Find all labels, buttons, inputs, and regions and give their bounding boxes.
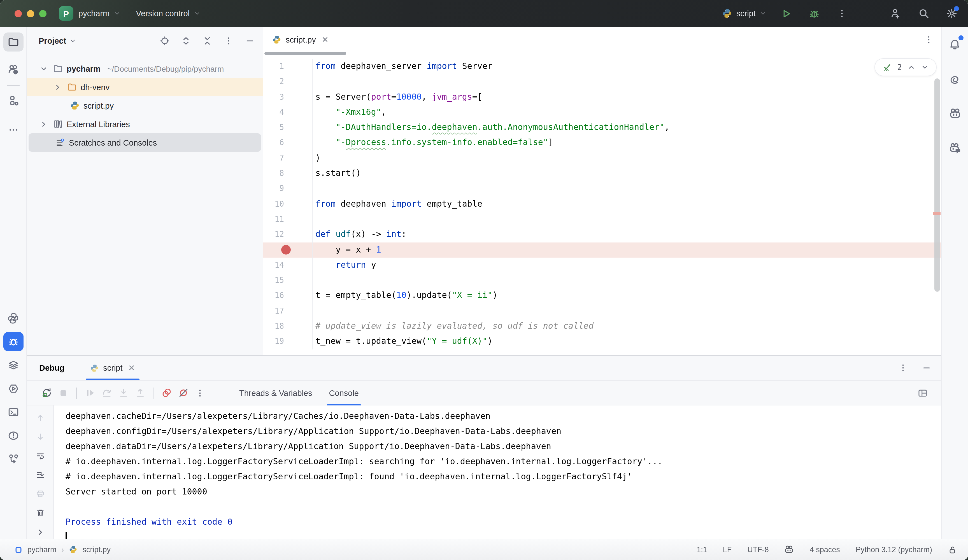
indent-widget[interactable]: 4 spaces (810, 545, 840, 554)
debug-tab-script[interactable]: script ✕ (85, 356, 141, 380)
tab-console[interactable]: Console (322, 381, 366, 405)
code-line-breakpoint[interactable]: y = x + 1 (263, 242, 941, 258)
terminal-tool-button[interactable] (3, 403, 23, 422)
breakpoint-stripe-mark[interactable] (933, 212, 941, 215)
main-menu-button[interactable]: pycharm (78, 9, 120, 18)
breakpoint-dot[interactable] (281, 245, 291, 255)
debug-tool-button[interactable] (3, 332, 23, 351)
more-actions-button[interactable] (834, 5, 850, 22)
line-number[interactable]: 11 (263, 212, 313, 227)
editor-tab-script-py[interactable]: script.py ✕ (263, 27, 335, 53)
tree-item-project-root[interactable]: pycharm ~/Documents/Debug/pip/pycharm (28, 60, 261, 78)
code-line[interactable]: 15 (263, 273, 941, 288)
line-number[interactable]: 8 (263, 166, 313, 181)
project-tool-button[interactable] (3, 33, 23, 51)
line-number[interactable]: 12 (263, 227, 313, 242)
python-packages-tool-button[interactable] (3, 308, 23, 328)
breakpoint-gutter[interactable] (263, 242, 313, 258)
clear-console-button[interactable] (36, 509, 45, 517)
step-over-button[interactable] (98, 384, 115, 401)
console-caret-line[interactable] (66, 530, 941, 539)
soft-wrap-button[interactable] (36, 451, 45, 460)
step-out-button[interactable] (132, 384, 148, 401)
line-number[interactable]: 17 (263, 303, 313, 319)
code-line[interactable]: 18# update_view is lazily evaluated, so … (263, 319, 941, 334)
code-line[interactable]: 6 "-Dprocess.info.system-info.enabled=fa… (263, 135, 941, 151)
ai-help-tool-button[interactable]: ? (3, 60, 23, 80)
next-problem-icon[interactable] (921, 63, 929, 71)
line-number[interactable]: 3 (263, 89, 313, 105)
layout-settings-button[interactable] (914, 384, 931, 401)
code-editor[interactable]: 1from deephaven_server import Server 2 3… (263, 53, 941, 355)
ai-assistant-button[interactable] (945, 70, 965, 88)
close-tab-icon[interactable]: ✕ (128, 363, 135, 373)
code-line[interactable]: 2 (263, 74, 941, 89)
readonly-toggle[interactable] (948, 545, 957, 554)
collapse-all-button[interactable] (200, 33, 215, 48)
stop-button[interactable] (55, 384, 72, 401)
line-number[interactable]: 1 (263, 59, 313, 74)
close-tab-icon[interactable]: ✕ (322, 35, 328, 45)
minimize-window-button[interactable] (27, 10, 34, 17)
print-button[interactable] (36, 489, 45, 499)
view-breakpoints-button[interactable] (158, 384, 175, 401)
version-control-tool-button[interactable] (3, 450, 23, 469)
hide-project-panel-button[interactable] (242, 33, 257, 48)
line-number[interactable]: 2 (263, 74, 313, 89)
run-configuration-selector[interactable]: script (723, 8, 766, 18)
code-line[interactable]: 3s = Server(port=10000, jvm_args=[ (263, 89, 941, 105)
inspections-widget[interactable]: 2 (874, 58, 937, 76)
prev-problem-icon[interactable] (907, 63, 915, 71)
code-line[interactable]: 12def udf(x) -> int: (263, 227, 941, 242)
chevron-right-icon[interactable] (36, 527, 45, 537)
code-line[interactable]: 10from deephaven import empty_table (263, 196, 941, 212)
code-line[interactable]: 5 "-DAuthHandlers=io.deephaven.auth.Anon… (263, 120, 941, 135)
encoding-widget[interactable]: UTF-8 (747, 545, 769, 554)
maximize-window-button[interactable] (39, 10, 46, 17)
chevron-down-icon[interactable] (39, 65, 49, 73)
line-number[interactable]: 16 (263, 288, 313, 303)
line-number[interactable]: 5 (263, 120, 313, 135)
problems-tool-button[interactable] (3, 426, 23, 445)
tree-item-script-py[interactable]: script.py (28, 96, 261, 115)
line-number[interactable]: 6 (263, 135, 313, 151)
line-number[interactable]: 18 (263, 319, 313, 334)
tab-threads-variables[interactable]: Threads & Variables (232, 381, 320, 405)
expand-all-button[interactable] (179, 33, 193, 48)
chevron-right-icon[interactable] (53, 83, 63, 91)
code-with-me-button[interactable] (887, 5, 904, 22)
run-tool-button[interactable] (3, 379, 23, 398)
ai-status-widget[interactable] (784, 545, 794, 554)
next-occurrence-button[interactable] (36, 432, 45, 441)
caret-position-widget[interactable]: 1:1 (696, 545, 707, 554)
code-line[interactable]: 4 "-Xmx16g", (263, 105, 941, 120)
code-line[interactable]: 16t = empty_table(10).update("X = ii") (263, 288, 941, 303)
select-opened-file-button[interactable] (157, 33, 172, 48)
code-line[interactable]: 14 return y (263, 258, 941, 273)
code-line[interactable]: 8s.start() (263, 166, 941, 181)
line-number[interactable]: 4 (263, 105, 313, 120)
line-number[interactable]: 7 (263, 151, 313, 166)
run-button[interactable] (777, 5, 794, 22)
line-separator-widget[interactable]: LF (723, 545, 732, 554)
mute-breakpoints-button[interactable] (175, 384, 192, 401)
editor-options-button[interactable] (924, 35, 933, 44)
code-line[interactable]: 9 (263, 181, 941, 197)
ai-chat-conversation-button[interactable] (945, 139, 965, 158)
line-number[interactable]: 15 (263, 273, 313, 288)
ai-chat-button[interactable] (945, 104, 965, 123)
code-line[interactable]: 1from deephaven_server import Server (263, 59, 941, 74)
settings-button[interactable] (943, 5, 960, 22)
step-into-button[interactable] (115, 384, 132, 401)
hide-debug-panel-button[interactable] (922, 363, 931, 373)
code-line[interactable]: 7) (263, 151, 941, 166)
services-tool-button[interactable] (3, 356, 23, 374)
debug-button[interactable] (806, 5, 822, 22)
structure-tool-button[interactable] (3, 91, 23, 110)
project-view-selector[interactable]: Project (39, 36, 76, 45)
tree-item-scratches[interactable]: Scratches and Consoles (28, 133, 261, 152)
resume-button[interactable] (81, 384, 98, 401)
more-tools-button[interactable] (3, 120, 23, 139)
project-widget-icon[interactable] (15, 546, 22, 553)
prev-occurrence-button[interactable] (36, 413, 45, 422)
